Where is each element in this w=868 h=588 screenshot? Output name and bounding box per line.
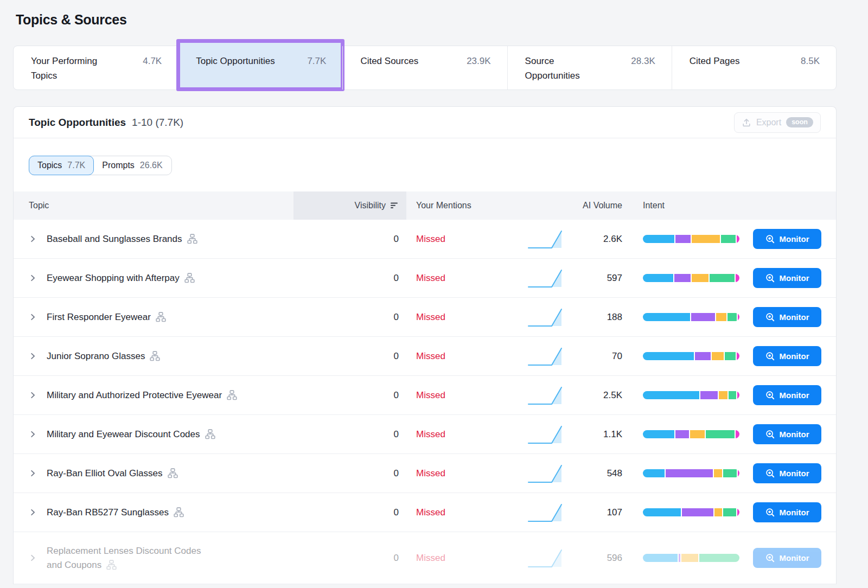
visibility-value: 0	[293, 507, 406, 518]
monitor-button[interactable]: Monitor	[753, 307, 821, 327]
toggle-label: Topics	[37, 161, 62, 170]
intent-cell	[631, 235, 751, 243]
action-cell: Monitor	[751, 229, 836, 249]
tab-topic-opportunities[interactable]: Topic Opportunities 7.7K	[178, 46, 342, 90]
mentions-cell: Missed	[406, 502, 569, 523]
topic-name[interactable]: Ray-Ban Elliot Oval Glasses	[47, 466, 178, 481]
chevron-right-icon[interactable]	[29, 352, 37, 360]
intent-segment-blue	[643, 235, 674, 243]
mentions-cell: Missed	[406, 463, 569, 484]
column-header-ai-volume[interactable]: AI Volume	[569, 201, 631, 210]
topic-name[interactable]: Military and Authorized Protective Eyewe…	[47, 388, 237, 402]
tab-count: 28.3K	[631, 54, 655, 68]
intent-segment-green	[725, 352, 736, 360]
sitemap-icon	[187, 234, 197, 244]
visibility-value: 0	[293, 312, 406, 323]
tab-count: 4.7K	[143, 54, 162, 68]
intent-cell	[631, 430, 751, 438]
intent-segment-blue	[643, 352, 694, 360]
topic-name[interactable]: Replacement Lenses Discount Codes and Co…	[47, 544, 215, 572]
chevron-right-icon[interactable]	[29, 508, 37, 516]
toggle-prompts[interactable]: Prompts 26.6K	[93, 156, 171, 175]
intent-segment-magenta	[736, 430, 739, 438]
monitor-label: Monitor	[780, 273, 809, 283]
mentions-status: Missed	[416, 273, 445, 284]
intent-segment-yellow	[681, 554, 698, 562]
topic-cell: Military and Authorized Protective Eyewe…	[14, 388, 293, 402]
tab-label: Source Opportunities	[525, 54, 597, 83]
page: Topics & Sources Your Performing Topics …	[0, 0, 868, 588]
intent-segment-purple	[700, 391, 718, 399]
toggle-topics[interactable]: Topics 7.7K	[29, 156, 94, 175]
monitor-button[interactable]: Monitor	[753, 268, 821, 288]
chevron-right-icon[interactable]	[29, 274, 37, 282]
column-header-topic[interactable]: Topic	[14, 201, 293, 210]
trend-sparkline	[528, 228, 564, 250]
column-header-visibility[interactable]: Visibility	[293, 191, 406, 220]
intent-bar	[643, 313, 739, 321]
monitor-button[interactable]: Monitor	[753, 346, 821, 366]
column-header-intent[interactable]: Intent	[631, 201, 751, 210]
topic-cell: Baseball and Sunglasses Brands	[14, 232, 293, 246]
intent-segment-yellow	[692, 235, 720, 243]
mentions-status: Missed	[416, 390, 445, 401]
chevron-right-icon[interactable]	[29, 430, 37, 438]
column-header-your-mentions[interactable]: Your Mentions	[406, 201, 569, 210]
monitor-button[interactable]: Monitor	[753, 229, 821, 249]
visibility-value: 0	[293, 468, 406, 479]
trend-sparkline	[528, 306, 564, 328]
topic-name[interactable]: Eyewear Shopping with Afterpay	[47, 271, 195, 285]
monitor-search-icon	[765, 312, 775, 322]
tab-label: Topic Opportunities	[196, 54, 275, 68]
intent-segment-yellow	[719, 391, 727, 399]
tab-your-performing-topics[interactable]: Your Performing Topics 4.7K	[14, 46, 178, 90]
toolbar: Topics 7.7K Prompts 26.6K	[14, 138, 836, 191]
monitor-button[interactable]: Monitor	[753, 385, 821, 405]
topic-name[interactable]: First Responder Eyewear	[47, 310, 166, 324]
ai-volume-value: 596	[569, 553, 631, 564]
intent-segment-blue	[643, 430, 674, 438]
action-cell: Monitor	[751, 424, 836, 444]
chevron-right-icon[interactable]	[29, 313, 37, 321]
intent-segment-purple	[666, 469, 713, 477]
monitor-button[interactable]: Monitor	[753, 424, 821, 444]
tab-cited-sources[interactable]: Cited Sources 23.9K	[342, 46, 507, 90]
monitor-button[interactable]: Monitor	[753, 548, 821, 568]
monitor-label: Monitor	[780, 351, 809, 361]
monitor-button[interactable]: Monitor	[753, 502, 821, 522]
intent-segment-green	[729, 391, 736, 399]
chevron-right-icon[interactable]	[29, 469, 37, 477]
intent-segment-magenta	[737, 508, 739, 516]
monitor-label: Monitor	[780, 430, 809, 439]
intent-segment-blue	[643, 554, 678, 562]
tab-source-opportunities[interactable]: Source Opportunities 28.3K	[507, 46, 672, 90]
topic-name[interactable]: Baseball and Sunglasses Brands	[47, 232, 197, 246]
topic-name[interactable]: Military and Eyewear Discount Codes	[47, 427, 215, 442]
visibility-value: 0	[293, 351, 406, 362]
intent-segment-magenta	[737, 352, 739, 360]
intent-segment-green	[727, 313, 737, 321]
topic-name[interactable]: Ray-Ban RB5277 Sunglasses	[47, 506, 184, 520]
trend-sparkline	[528, 424, 564, 445]
intent-segment-blue	[643, 391, 699, 399]
monitor-button[interactable]: Monitor	[753, 463, 821, 483]
chevron-right-icon[interactable]	[29, 554, 37, 562]
chevron-right-icon[interactable]	[29, 235, 37, 243]
intent-cell	[631, 274, 751, 282]
topic-opportunities-panel: Topic Opportunities 1-10 (7.7K) Export s…	[13, 106, 837, 584]
toggle-count: 7.7K	[67, 161, 85, 170]
intent-segment-purple	[695, 352, 711, 360]
intent-bar	[643, 391, 739, 399]
topic-name[interactable]: Junior Soprano Glasses	[47, 349, 160, 363]
topic-cell: Replacement Lenses Discount Codes and Co…	[14, 544, 293, 572]
table-row: Junior Soprano Glasses 0 Missed 70 Monit…	[14, 337, 836, 376]
chevron-right-icon[interactable]	[29, 391, 37, 399]
intent-segment-green	[723, 508, 737, 516]
intent-segment-blue	[643, 469, 665, 477]
export-button[interactable]: Export soon	[734, 112, 821, 133]
monitor-search-icon	[765, 234, 775, 244]
intent-segment-blue	[643, 508, 681, 516]
tab-cited-pages[interactable]: Cited Pages 8.5K	[672, 46, 836, 90]
topic-cell: Junior Soprano Glasses	[14, 349, 293, 363]
mentions-status: Missed	[416, 507, 445, 518]
